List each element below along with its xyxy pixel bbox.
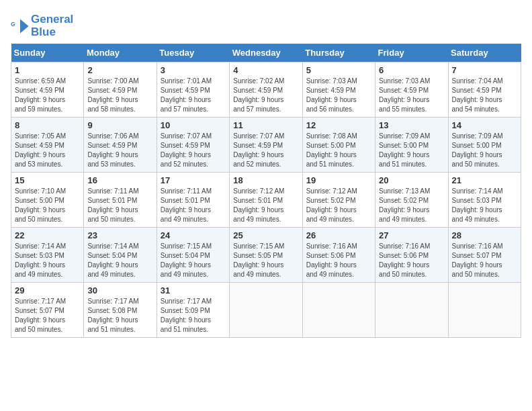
day-info: Sunrise: 7:04 AMSunset: 4:59 PMDaylight:… (452, 77, 517, 114)
calendar-cell: 3Sunrise: 7:01 AMSunset: 4:59 PMDaylight… (157, 62, 229, 118)
day-info: Sunrise: 7:09 AMSunset: 5:00 PMDaylight:… (452, 132, 517, 169)
weekday-header-friday: Friday (375, 44, 448, 62)
day-number: 31 (161, 285, 226, 295)
calendar-cell: 24Sunrise: 7:15 AMSunset: 5:04 PMDayligh… (157, 228, 229, 283)
day-number: 19 (306, 175, 371, 185)
calendar-cell: 19Sunrise: 7:12 AMSunset: 5:02 PMDayligh… (302, 173, 375, 228)
day-number: 7 (452, 65, 517, 75)
calendar-cell: 14Sunrise: 7:09 AMSunset: 5:00 PMDayligh… (448, 118, 521, 173)
day-info: Sunrise: 7:14 AMSunset: 5:03 PMDaylight:… (15, 242, 80, 279)
day-number: 9 (87, 120, 152, 130)
day-number: 20 (379, 175, 444, 185)
day-number: 25 (233, 230, 298, 240)
day-info: Sunrise: 7:15 AMSunset: 5:04 PMDaylight:… (161, 242, 226, 279)
day-info: Sunrise: 7:16 AMSunset: 5:06 PMDaylight:… (306, 242, 371, 279)
day-number: 30 (87, 285, 152, 295)
weekday-header-wednesday: Wednesday (230, 44, 302, 62)
day-number: 22 (15, 230, 80, 240)
day-info: Sunrise: 7:11 AMSunset: 5:01 PMDaylight:… (87, 187, 152, 224)
calendar-cell: 12Sunrise: 7:08 AMSunset: 5:00 PMDayligh… (302, 118, 375, 173)
calendar-cell: 13Sunrise: 7:09 AMSunset: 5:00 PMDayligh… (375, 118, 448, 173)
calendar-cell: 4Sunrise: 7:02 AMSunset: 4:59 PMDaylight… (230, 62, 302, 118)
calendar-cell: 7Sunrise: 7:04 AMSunset: 4:59 PMDaylight… (448, 62, 521, 118)
calendar-cell: 2Sunrise: 7:00 AMSunset: 4:59 PMDaylight… (84, 62, 157, 118)
calendar-cell: 21Sunrise: 7:14 AMSunset: 5:03 PMDayligh… (448, 173, 521, 228)
calendar-cell: 22Sunrise: 7:14 AMSunset: 5:03 PMDayligh… (11, 228, 84, 283)
day-number: 15 (15, 175, 80, 185)
calendar-cell (448, 283, 521, 338)
weekday-header-thursday: Thursday (302, 44, 375, 62)
day-number: 12 (306, 120, 371, 130)
day-number: 5 (306, 65, 371, 75)
weekday-header-tuesday: Tuesday (157, 44, 229, 62)
calendar-week-4: 22Sunrise: 7:14 AMSunset: 5:03 PMDayligh… (11, 228, 521, 283)
day-info: Sunrise: 7:12 AMSunset: 5:02 PMDaylight:… (306, 187, 371, 224)
calendar-cell (375, 283, 448, 338)
calendar-cell: 20Sunrise: 7:13 AMSunset: 5:02 PMDayligh… (375, 173, 448, 228)
calendar-week-2: 8Sunrise: 7:05 AMSunset: 4:59 PMDaylight… (11, 118, 521, 173)
day-number: 13 (379, 120, 444, 130)
calendar-cell: 1Sunrise: 6:59 AMSunset: 4:59 PMDaylight… (11, 62, 84, 118)
calendar-cell: 23Sunrise: 7:14 AMSunset: 5:04 PMDayligh… (84, 228, 157, 283)
calendar-cell: 31Sunrise: 7:17 AMSunset: 5:09 PMDayligh… (157, 283, 229, 338)
day-info: Sunrise: 7:08 AMSunset: 5:00 PMDaylight:… (306, 132, 371, 169)
calendar-cell: 30Sunrise: 7:17 AMSunset: 5:08 PMDayligh… (84, 283, 157, 338)
day-info: Sunrise: 7:00 AMSunset: 4:59 PMDaylight:… (87, 77, 152, 114)
day-info: Sunrise: 7:07 AMSunset: 4:59 PMDaylight:… (233, 132, 298, 169)
day-number: 17 (161, 175, 226, 185)
calendar-cell: 9Sunrise: 7:06 AMSunset: 4:59 PMDaylight… (84, 118, 157, 173)
calendar-cell: 15Sunrise: 7:10 AMSunset: 5:00 PMDayligh… (11, 173, 84, 228)
day-number: 29 (15, 285, 80, 295)
day-number: 16 (87, 175, 152, 185)
calendar-week-5: 29Sunrise: 7:17 AMSunset: 5:07 PMDayligh… (11, 283, 521, 338)
weekday-header-monday: Monday (84, 44, 157, 62)
day-info: Sunrise: 7:05 AMSunset: 4:59 PMDaylight:… (15, 132, 80, 169)
calendar-cell: 5Sunrise: 7:03 AMSunset: 4:59 PMDaylight… (302, 62, 375, 118)
day-number: 27 (379, 230, 444, 240)
day-info: Sunrise: 7:03 AMSunset: 4:59 PMDaylight:… (306, 77, 371, 114)
calendar-cell: 11Sunrise: 7:07 AMSunset: 4:59 PMDayligh… (230, 118, 302, 173)
day-number: 18 (233, 175, 298, 185)
weekday-header-row: SundayMondayTuesdayWednesdayThursdayFrid… (11, 44, 521, 62)
calendar-cell: 6Sunrise: 7:03 AMSunset: 4:59 PMDaylight… (375, 62, 448, 118)
day-number: 2 (87, 65, 152, 75)
calendar-cell: 18Sunrise: 7:12 AMSunset: 5:01 PMDayligh… (230, 173, 302, 228)
day-info: Sunrise: 7:14 AMSunset: 5:03 PMDaylight:… (452, 187, 517, 224)
day-info: Sunrise: 7:01 AMSunset: 4:59 PMDaylight:… (161, 77, 226, 114)
logo-icon: G (11, 17, 30, 36)
day-info: Sunrise: 7:06 AMSunset: 4:59 PMDaylight:… (87, 132, 152, 169)
logo-text: General Blue (31, 13, 73, 38)
day-info: Sunrise: 7:15 AMSunset: 5:05 PMDaylight:… (233, 242, 298, 279)
day-info: Sunrise: 7:16 AMSunset: 5:06 PMDaylight:… (379, 242, 444, 279)
day-number: 1 (15, 65, 80, 75)
calendar-cell: 29Sunrise: 7:17 AMSunset: 5:07 PMDayligh… (11, 283, 84, 338)
weekday-header-sunday: Sunday (11, 44, 84, 62)
day-info: Sunrise: 6:59 AMSunset: 4:59 PMDaylight:… (15, 77, 80, 114)
svg-marker-1 (20, 19, 29, 33)
calendar-cell (302, 283, 375, 338)
day-info: Sunrise: 7:13 AMSunset: 5:02 PMDaylight:… (379, 187, 444, 224)
day-info: Sunrise: 7:14 AMSunset: 5:04 PMDaylight:… (87, 242, 152, 279)
calendar-cell: 25Sunrise: 7:15 AMSunset: 5:05 PMDayligh… (230, 228, 302, 283)
calendar-cell (230, 283, 302, 338)
calendar-header: SundayMondayTuesdayWednesdayThursdayFrid… (11, 44, 521, 62)
page-header: G General Blue (11, 11, 521, 38)
day-info: Sunrise: 7:02 AMSunset: 4:59 PMDaylight:… (233, 77, 298, 114)
day-number: 24 (161, 230, 226, 240)
calendar-body: 1Sunrise: 6:59 AMSunset: 4:59 PMDaylight… (11, 62, 521, 338)
day-number: 26 (306, 230, 371, 240)
calendar-cell: 16Sunrise: 7:11 AMSunset: 5:01 PMDayligh… (84, 173, 157, 228)
day-info: Sunrise: 7:17 AMSunset: 5:07 PMDaylight:… (15, 297, 80, 334)
day-info: Sunrise: 7:11 AMSunset: 5:01 PMDaylight:… (161, 187, 226, 224)
calendar-cell: 10Sunrise: 7:07 AMSunset: 4:59 PMDayligh… (157, 118, 229, 173)
calendar-cell: 28Sunrise: 7:16 AMSunset: 5:07 PMDayligh… (448, 228, 521, 283)
day-number: 3 (161, 65, 226, 75)
day-number: 10 (161, 120, 226, 130)
day-info: Sunrise: 7:10 AMSunset: 5:00 PMDaylight:… (15, 187, 80, 224)
day-info: Sunrise: 7:03 AMSunset: 4:59 PMDaylight:… (379, 77, 444, 114)
day-info: Sunrise: 7:16 AMSunset: 5:07 PMDaylight:… (452, 242, 517, 279)
logo: G General Blue (11, 13, 73, 38)
day-number: 28 (452, 230, 517, 240)
calendar-week-1: 1Sunrise: 6:59 AMSunset: 4:59 PMDaylight… (11, 62, 521, 118)
calendar-cell: 17Sunrise: 7:11 AMSunset: 5:01 PMDayligh… (157, 173, 229, 228)
